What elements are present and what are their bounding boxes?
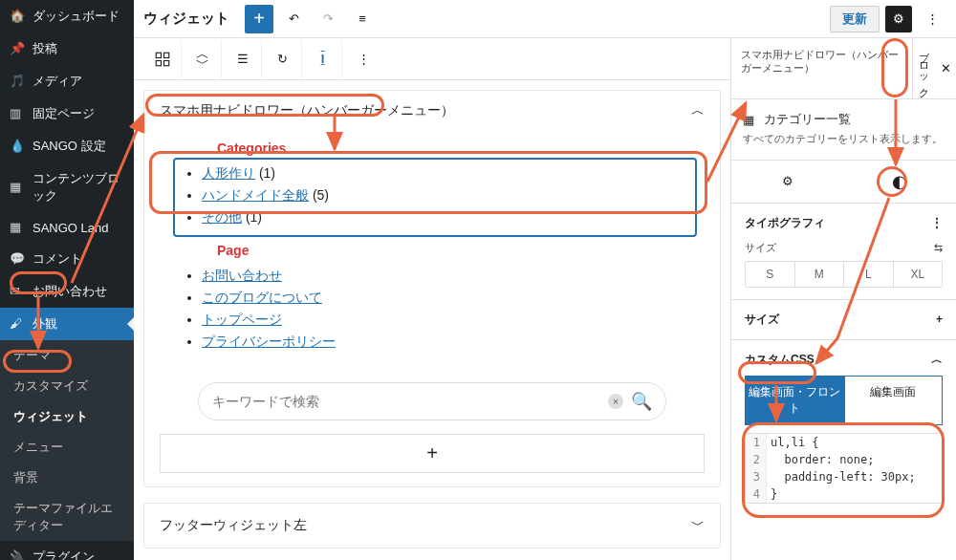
sidebar-item-posts[interactable]: 📌投稿 [0, 32, 134, 65]
sidebar-submenu: テーマ カスタマイズ ウィジェット メニュー 背景 テーマファイルエディター [0, 340, 134, 541]
sidebar-sub-widgets[interactable]: ウィジェット [0, 401, 134, 432]
widget-area-body: Categories 人形作り (1) ハンドメイド全般 (5) その他 (1)… [144, 131, 720, 486]
clear-icon[interactable]: × [608, 394, 623, 409]
widget-area-title[interactable]: スマホ用ナビドロワー（ハンバーガーメニュー） ︿ [144, 91, 720, 131]
page-annotation: Page [217, 243, 705, 258]
undo-button[interactable]: ↶ [279, 5, 308, 33]
chat-icon: 💬 [10, 251, 25, 267]
sidebar-sub-menus[interactable]: メニュー [0, 432, 134, 463]
text-format-button[interactable]: I [304, 40, 342, 78]
block-type-icon[interactable] [143, 40, 182, 78]
update-button[interactable]: 更新 [830, 6, 880, 32]
list-item[interactable]: その他 (1) [202, 207, 685, 227]
widget-area-drawer: スマホ用ナビドロワー（ハンバーガーメニュー） ︿ Categories 人形作り… [143, 90, 721, 487]
search-block[interactable]: × 🔍 [198, 382, 666, 420]
list-item[interactable]: トップページ [202, 310, 685, 330]
redo-button[interactable]: ↷ [314, 5, 342, 33]
custom-css-panel: カスタムCSS︿ 編集画面・フロント 編集画面 1ul,li { 2 borde… [731, 340, 956, 515]
sidebar-item-media[interactable]: 🎵メディア [0, 65, 134, 97]
editor-canvas: スマホ用ナビドロワー（ハンバーガーメニュー） ︿ Categories 人形作り… [134, 80, 730, 560]
sidebar-item-content-block[interactable]: ▦コンテンツブロック [0, 162, 134, 212]
brick-icon: ▦ [10, 220, 25, 235]
tab-block[interactable]: ブロック [912, 38, 935, 98]
font-size-picker: S M L XL [745, 261, 943, 288]
search-input[interactable] [212, 394, 600, 409]
drop-icon: 💧 [10, 139, 25, 154]
list-item[interactable]: 人形作り (1) [202, 163, 685, 183]
sidebar-item-sango[interactable]: 💧SANGO 設定 [0, 130, 134, 162]
size-s[interactable]: S [746, 262, 795, 287]
close-settings-button[interactable]: ✕ [935, 38, 956, 98]
grid-icon [154, 51, 171, 68]
sidebar-sub-customize[interactable]: カスタマイズ [0, 371, 134, 401]
plug-icon: 🔌 [10, 549, 25, 560]
options-icon[interactable]: ⋮ [931, 216, 943, 229]
svg-rect-2 [156, 60, 161, 65]
sidebar-item-dashboard[interactable]: 🏠ダッシュボード [0, 0, 134, 32]
svg-rect-3 [163, 60, 168, 65]
list-view-button[interactable]: ≡ [348, 5, 377, 33]
categories-annotation: Categories [217, 140, 705, 156]
add-block-appender[interactable]: + [160, 434, 705, 473]
sidebar-item-contact[interactable]: ✉お問い合わせ [0, 275, 134, 308]
css-tab-edit[interactable]: 編集画面 [844, 376, 944, 425]
gauge-icon: 🏠 [10, 9, 25, 24]
sidebar-sub-file-editor[interactable]: テーマファイルエディター [0, 493, 134, 541]
settings-sidebar: スマホ用ナビドロワー（ハンバーガーメニュー） ブロック ✕ ▦カテゴリー一覧 す… [730, 38, 956, 560]
sidebar-sub-background[interactable]: 背景 [0, 463, 134, 493]
brush-icon: 🖌 [10, 316, 25, 332]
sidebar-sub-theme[interactable]: テーマ [0, 340, 134, 371]
settings-tabs: ⚙ ◐ [731, 161, 956, 204]
admin-sidebar: 🏠ダッシュボード 📌投稿 🎵メディア ▥固定ページ 💧SANGO 設定 ▦コンテ… [0, 0, 134, 560]
sidebar-item-comments[interactable]: 💬コメント [0, 243, 134, 275]
page-icon: ▥ [10, 106, 25, 121]
settings-header: スマホ用ナビドロワー（ハンバーガーメニュー） ブロック ✕ [731, 38, 956, 99]
sliders-icon[interactable]: ⇆ [934, 242, 943, 254]
plus-icon[interactable]: + [936, 312, 943, 326]
widget-area-footer-left[interactable]: フッターウィジェット左 ﹀ [143, 503, 721, 549]
move-handle[interactable]: ︿﹀ [184, 40, 222, 78]
size-xl[interactable]: XL [894, 262, 943, 287]
size-panel[interactable]: サイズ+ [731, 300, 956, 340]
page-title: ウィジェット [143, 10, 229, 28]
chevron-down-icon: ﹀ [691, 517, 705, 534]
block-toolbar: ︿﹀ ☰ ↻ I ⋮ [134, 38, 730, 80]
list-item[interactable]: このブログについて [202, 288, 685, 308]
transform-button[interactable]: ↻ [264, 40, 302, 78]
sidebar-item-plugins[interactable]: 🔌プラグイン [0, 541, 134, 560]
align-button[interactable]: ☰ [224, 40, 262, 78]
svg-rect-0 [156, 53, 161, 57]
more-button[interactable]: ⋮ [344, 40, 382, 78]
options-button[interactable]: ⋮ [918, 5, 946, 33]
css-code-editor[interactable]: 1ul,li { 2 border: none; 3 padding-left:… [745, 433, 943, 504]
editor-header: ウィジェット + ↶ ↷ ≡ 更新 ⚙ ⋮ [134, 0, 956, 38]
pin-icon: 📌 [10, 41, 25, 56]
settings-tab-general[interactable]: ⚙ [774, 168, 801, 195]
pages-list-block[interactable]: お問い合わせ このブログについて トップページ プライバシーポリシー [175, 262, 695, 359]
brick-icon: ▦ [10, 180, 25, 195]
size-m[interactable]: M [795, 262, 845, 287]
svg-rect-1 [163, 53, 168, 57]
mail-icon: ✉ [10, 284, 25, 299]
css-tabs: 編集画面・フロント 編集画面 [745, 376, 943, 425]
sidebar-item-appearance[interactable]: 🖌外観 [0, 308, 134, 340]
chevron-up-icon: ︿ [691, 102, 705, 119]
list-item[interactable]: プライバシーポリシー [202, 332, 685, 352]
css-tab-front[interactable]: 編集画面・フロント [745, 376, 844, 425]
size-l[interactable]: L [844, 262, 894, 287]
sidebar-item-pages[interactable]: ▥固定ページ [0, 97, 134, 130]
breadcrumb[interactable]: スマホ用ナビドロワー（ハンバーガーメニュー） [731, 38, 912, 98]
settings-tab-styles[interactable]: ◐ [886, 168, 913, 195]
sidebar-item-sangoland[interactable]: ▦SANGO Land [0, 212, 134, 243]
search-icon[interactable]: 🔍 [631, 391, 652, 412]
settings-toggle-button[interactable]: ⚙ [885, 6, 912, 32]
list-item[interactable]: ハンドメイド全般 (5) [202, 185, 685, 205]
typography-panel: タイポグラフィ⋮ サイズ⇆ S M L XL [731, 204, 956, 300]
media-icon: 🎵 [10, 74, 25, 89]
chevron-up-icon[interactable]: ︿ [931, 352, 943, 368]
block-info: ▦カテゴリー一覧 すべてのカテゴリーをリスト表示します。 [731, 99, 956, 161]
list-item[interactable]: お問い合わせ [202, 266, 685, 286]
add-block-button[interactable]: + [245, 5, 273, 33]
categories-icon: ▦ [743, 113, 754, 127]
categories-list-block[interactable]: 人形作り (1) ハンドメイド全般 (5) その他 (1) [175, 160, 695, 235]
